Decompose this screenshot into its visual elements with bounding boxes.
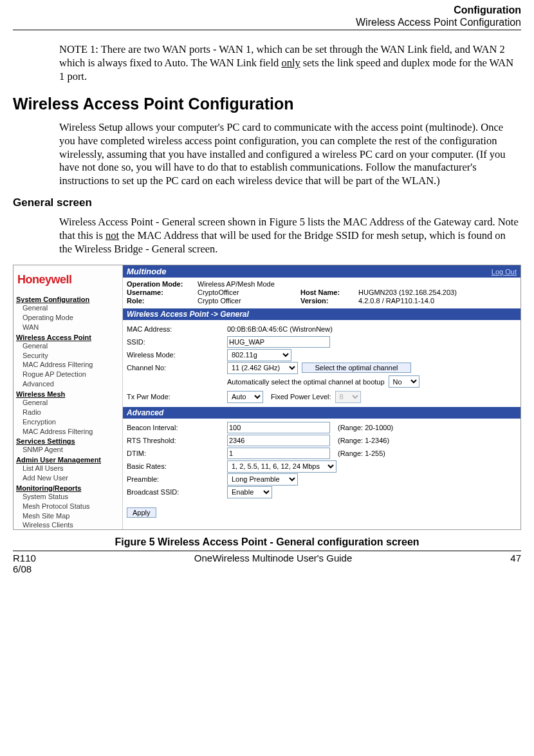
note-1: NOTE 1: There are two WAN ports - WAN 1,… [59, 43, 521, 83]
note-1-underline: only [281, 57, 300, 69]
general-form: MAC Address: 00:0B:6B:0A:45:6C (WistronN… [123, 320, 520, 406]
rts-range: (Range: 1-2346) [338, 437, 389, 444]
rts-label: RTS Threshold: [127, 437, 223, 444]
nav-item[interactable]: Wireless Clients [16, 520, 120, 530]
fixed-power-select: 8 [335, 391, 361, 403]
apply-button[interactable]: Apply [127, 507, 156, 518]
header-line-2: Wireless Access Point Configuration [13, 16, 521, 28]
nav-item[interactable]: System Status [16, 492, 120, 502]
footer-rev: R110 [13, 553, 36, 563]
general-paragraph: Wireless Access Point - General screen s… [59, 216, 521, 256]
mac-label: MAC Address: [127, 325, 223, 333]
nav-item[interactable]: Security [16, 351, 120, 361]
nav-item[interactable]: Add New User [16, 473, 120, 483]
subsection-heading: General screen [13, 196, 521, 209]
nav-item[interactable]: MAC Address Filtering [16, 427, 120, 437]
channel-select[interactable]: 11 (2.462 GHz) [227, 362, 298, 374]
footer-rule [13, 551, 521, 551]
username-label: Username: [127, 288, 198, 296]
nav-head-admin[interactable]: Admin User Management [16, 456, 120, 464]
role-label: Role: [127, 297, 198, 305]
opmode-label: Operation Mode: [127, 280, 198, 288]
username-value: CryptoOfficer [198, 288, 300, 296]
dtim-range: (Range: 1-255) [338, 449, 385, 457]
dtim-input[interactable] [227, 448, 330, 459]
select-optimal-channel-button[interactable]: Select the optimal channel [302, 363, 411, 373]
advanced-form: Beacon Interval: (Range: 20-1000) RTS Th… [123, 419, 520, 501]
header-rule [13, 30, 521, 30]
auto-channel-note: Automatically select the optimal channel… [227, 378, 385, 386]
broadcast-ssid-label: Broadcast SSID: [127, 488, 223, 496]
nav-item[interactable]: MAC Address Filtering [16, 360, 120, 370]
footer-title: OneWireless Multinode User's Guide [36, 553, 510, 574]
hostname-label: Host Name: [300, 288, 358, 296]
para2-underline: not [106, 229, 119, 241]
sidebar: Honeywell System Configuration General O… [14, 265, 123, 529]
honeywell-logo: Honeywell [17, 273, 120, 287]
version-label: Version: [300, 297, 358, 305]
rts-input[interactable] [227, 435, 330, 446]
nav-item[interactable]: General [16, 303, 120, 313]
nav-head-monitoring[interactable]: Monitoring/Reports [16, 484, 120, 492]
footer-date: 6/08 [13, 563, 32, 574]
main-panel: Multinode Log Out Operation Mode: Wirele… [123, 265, 520, 529]
nav-item[interactable]: List All Users [16, 464, 120, 473]
footer-page: 47 [510, 553, 521, 574]
section-bar-general: Wireless Access Point -> General [123, 308, 520, 320]
figure-caption: Figure 5 Wireless Access Point - General… [13, 536, 521, 548]
basic-rates-label: Basic Rates: [127, 462, 223, 470]
auto-channel-select[interactable]: No [389, 375, 419, 388]
nav-head-wap[interactable]: Wireless Access Point [16, 334, 120, 341]
beacon-range: (Range: 20-1000) [338, 424, 393, 431]
txpwr-label: Tx Pwr Mode: [127, 393, 223, 401]
page-header: Configuration Wireless Access Point Conf… [13, 0, 521, 28]
nav-item[interactable]: General [16, 398, 120, 408]
wmode-label: Wireless Mode: [127, 351, 223, 359]
nav-item[interactable]: SNMP Agent [16, 445, 120, 455]
basic-rates-select[interactable]: 1, 2, 5.5, 11, 6, 12, 24 Mbps [227, 460, 336, 473]
nav-item[interactable]: Mesh Protocol Status [16, 502, 120, 511]
page-footer: R110 6/08 OneWireless Multinode User's G… [13, 553, 521, 574]
preamble-label: Preamble: [127, 475, 223, 483]
fixed-power-label: Fixed Power Level: [271, 393, 331, 401]
config-screenshot: Honeywell System Configuration General O… [13, 265, 521, 530]
nav-item[interactable]: Rogue AP Detection [16, 370, 120, 379]
channel-label: Channel No: [127, 364, 223, 372]
ssid-label: SSID: [127, 338, 223, 346]
logout-link[interactable]: Log Out [492, 268, 517, 276]
version-value: 4.2.0.8 / RAP110.1-14.0 [358, 297, 517, 305]
para2-post: the MAC Address that will be used for th… [59, 229, 506, 255]
section-heading: Wireless Access Point Configuration [13, 95, 521, 113]
nav-item[interactable]: Advanced [16, 379, 120, 389]
header-line-1: Configuration [13, 4, 521, 16]
beacon-label: Beacon Interval: [127, 424, 223, 431]
section-bar-advanced: Advanced [123, 407, 520, 419]
opmode-value: Wireless AP/Mesh Mode [198, 280, 300, 288]
nav-item[interactable]: Operating Mode [16, 313, 120, 323]
beacon-input[interactable] [227, 422, 330, 433]
nav-head-system[interactable]: System Configuration [16, 296, 120, 303]
txpwr-select[interactable]: Auto [227, 391, 263, 403]
nav-item[interactable]: Radio [16, 408, 120, 417]
role-value: Crypto Officer [198, 297, 300, 305]
title-bar: Multinode Log Out [123, 265, 520, 278]
nav-head-services[interactable]: Services Settings [16, 437, 120, 445]
title-bar-text: Multinode [127, 267, 166, 276]
intro-paragraph: Wireless Setup allows your computer's PC… [59, 121, 521, 187]
wireless-mode-select[interactable]: 802.11g [227, 349, 291, 361]
hostname-value: HUGMN203 (192.168.254.203) [358, 288, 517, 296]
nav-head-mesh[interactable]: Wireless Mesh [16, 390, 120, 398]
info-grid: Operation Mode: Wireless AP/Mesh Mode Us… [123, 278, 520, 307]
ssid-input[interactable] [227, 336, 330, 348]
preamble-select[interactable]: Long Preamble [227, 473, 298, 486]
nav-item[interactable]: General [16, 341, 120, 351]
mac-value: 00:0B:6B:0A:45:6C (WistronNew) [227, 325, 333, 333]
nav-item[interactable]: Encryption [16, 417, 120, 427]
nav-item[interactable]: WAN [16, 323, 120, 332]
nav-item[interactable]: Mesh Site Map [16, 511, 120, 521]
broadcast-ssid-select[interactable]: Enable [227, 486, 272, 498]
dtim-label: DTIM: [127, 449, 223, 457]
auto-channel-note-row: Automatically select the optimal channel… [127, 375, 517, 388]
